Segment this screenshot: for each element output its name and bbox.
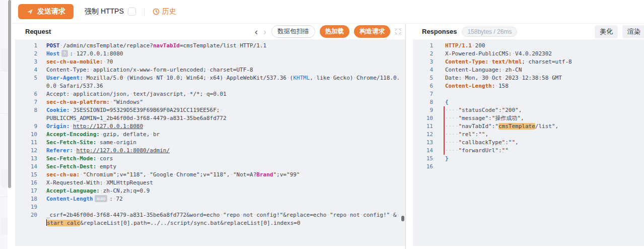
line-number: 14	[15, 163, 37, 171]
line-number: 16	[15, 179, 37, 187]
line-number: 10	[413, 114, 433, 122]
chevron-right-icon[interactable]: ›	[263, 27, 267, 36]
clock-icon	[153, 8, 160, 15]
code-line: PUBLICCMS_ADMIN=1_2b46f00d-3f68-4479-a83…	[15, 114, 405, 122]
line-number: 18	[15, 195, 37, 203]
line-number: 3	[15, 58, 37, 66]
line-content: start·calc&replaceList[0].path=../../scr…	[46, 219, 300, 227]
send-icon	[26, 8, 34, 16]
code-line: 2X-Powered-PublicCMS:·V4.0.202302	[413, 50, 644, 58]
line-content: Host?:·127.0.0.1:8080	[46, 50, 123, 58]
code-line: 11····"navTabId":"cmsTemplate/list",	[413, 122, 644, 131]
line-number: 13	[15, 155, 37, 163]
line-content: Referer:·http://127.0.0.1:8080/admin/	[46, 147, 170, 155]
response-panel: Responses 158bytes / 26ms 美化 渲染 1HTTP/1.…	[413, 24, 644, 249]
response-header-controls: 美化 渲染	[595, 25, 644, 38]
request-editor[interactable]: 1POST·/admin/cmsTemplate/replace?navTabI…	[15, 39, 405, 246]
line-content: ····"statusCode":"200",	[445, 106, 522, 114]
line-content: ····"message":"操作成功",	[445, 114, 524, 122]
line-content: PUBLICCMS_ADMIN=1_2b46f00d-3f68-4479-a83…	[46, 114, 227, 122]
line-number: 5	[413, 74, 433, 82]
code-line: 3Content-Type:·text/html;·charset=utf-8	[413, 58, 644, 66]
line-number: 7	[413, 90, 433, 98]
tab-beautify[interactable]: 美化	[595, 25, 618, 38]
line-content: 0.0·Safari/537.36	[46, 82, 103, 90]
packet-scan-button[interactable]: 数据包扫描	[271, 25, 315, 38]
hot-reload-button[interactable]: 热加载	[320, 25, 350, 38]
line-number	[15, 114, 37, 122]
code-line: 19	[15, 203, 405, 211]
line-number: 11	[15, 139, 37, 147]
code-line: 1HTTP/1.1·200	[413, 42, 644, 50]
code-line: 20_csrf=2b46f00d-3f68-4479-a831-35be6a8f…	[15, 211, 405, 219]
line-content: User-Agent:·Mozilla/5.0·(Windows·NT·10.0…	[46, 74, 400, 82]
line-number: 4	[413, 66, 433, 74]
line-content: ····"callbackType":"",	[445, 139, 519, 147]
line-content: Sec-Fetch-Dest:·empty	[46, 163, 116, 171]
line-number: 1	[413, 42, 433, 50]
response-panel-header: Responses 158bytes / 26ms 美化 渲染	[413, 24, 644, 39]
tab-render[interactable]: 渲染	[622, 25, 644, 38]
code-line: 12····"rel":"",	[413, 131, 644, 139]
code-line: 15sec-ch-ua:·"Chromium";v="118",·"Google…	[15, 171, 405, 179]
line-number: 10	[15, 131, 37, 139]
request-panel-title: Request	[25, 28, 51, 35]
line-number	[15, 82, 37, 90]
line-content: X-Requested-With:·XMLHttpRequest	[46, 179, 153, 187]
code-line: 10Accept-Encoding:·gzip,·deflate,·br	[15, 131, 405, 139]
left-scrollbar[interactable]	[8, 0, 12, 249]
app-root: 发送请求 强制 HTTPS 历史 Request ‹ › 数据包扫描 热加载 构…	[0, 0, 644, 249]
line-number: 2	[413, 50, 433, 58]
history-button[interactable]: 历史	[153, 7, 176, 16]
code-line: 4Content-Type:·application/x-www-form-ur…	[15, 66, 405, 74]
line-number: 14	[413, 147, 433, 155]
request-panel-header: Request ‹ › 数据包扫描 热加载 构造请求	[15, 24, 405, 39]
code-line: 14Sec-Fetch-Dest:·empty	[15, 163, 405, 171]
line-number: 1	[15, 42, 37, 50]
line-content: ····"navTabId":"cmsTemplate/list",	[445, 122, 558, 131]
line-number: 8	[413, 98, 433, 106]
line-number: 2	[15, 50, 37, 58]
line-number: 5	[15, 74, 37, 82]
chevron-left-icon[interactable]: ‹	[254, 27, 258, 36]
line-content: Sec-Fetch-Site:·same-origin	[46, 139, 136, 147]
build-request-button[interactable]: 构造请求	[354, 25, 390, 38]
force-https-checkbox[interactable]	[128, 8, 136, 16]
left-scrollbar-thumb[interactable]	[8, 0, 11, 188]
code-line: 4Content-Language:·zh-CN	[413, 66, 644, 74]
divider	[0, 113, 8, 114]
code-line: 16X-Requested-With:·XMLHttpRequest	[15, 179, 405, 187]
line-number: 13	[413, 139, 433, 147]
divider	[0, 197, 8, 197]
code-line: 5User-Agent:·Mozilla/5.0·(Windows·NT·10.…	[15, 74, 405, 82]
expand-icon[interactable]	[395, 28, 401, 35]
code-line: 8{	[413, 98, 644, 106]
top-toolbar: 发送请求 强制 HTTPS 历史	[12, 0, 644, 24]
line-content: Accept:·application/json,·text/javascrip…	[46, 90, 227, 98]
line-number: 19	[15, 203, 37, 211]
left-sidebar-strip	[0, 0, 8, 249]
line-content: {	[445, 98, 449, 106]
force-https-label: 强制 HTTPS	[85, 7, 124, 16]
response-editor[interactable]: 1HTTP/1.1·2002X-Powered-PublicCMS:·V4.0.…	[413, 39, 644, 246]
line-number: 16	[413, 163, 433, 171]
code-line: 15}	[413, 155, 644, 163]
line-content: Content-Length:·158	[445, 82, 509, 90]
line-content: ····"forwardUrl":""	[445, 147, 509, 155]
line-content: X-Powered-PublicCMS:·V4.0.202302	[445, 50, 552, 58]
code-line: 13····"callbackType":"",	[413, 139, 644, 147]
request-scrollbar-thumb[interactable]	[401, 216, 404, 221]
line-number	[15, 219, 37, 227]
line-content: Accept-Encoding:·gzip,·deflate,·br	[46, 131, 160, 139]
line-content: Content-Language:·zh-CN	[445, 66, 522, 74]
code-line: 7	[413, 90, 644, 98]
line-content: Content-Lengthauto:·72	[46, 195, 123, 203]
code-line: 6Content-Length:·158	[413, 82, 644, 90]
line-content: Accept-Language:·zh-CN,zh;q=0.9	[46, 187, 150, 195]
send-request-label: 发送请求	[37, 7, 65, 16]
line-content: Content-Type:·text/html;·charset=utf-8	[445, 58, 572, 66]
line-number: 3	[413, 58, 433, 66]
response-panel-title: Responses	[422, 28, 457, 35]
send-request-button[interactable]: 发送请求	[18, 4, 74, 19]
line-number: 20	[15, 211, 37, 219]
